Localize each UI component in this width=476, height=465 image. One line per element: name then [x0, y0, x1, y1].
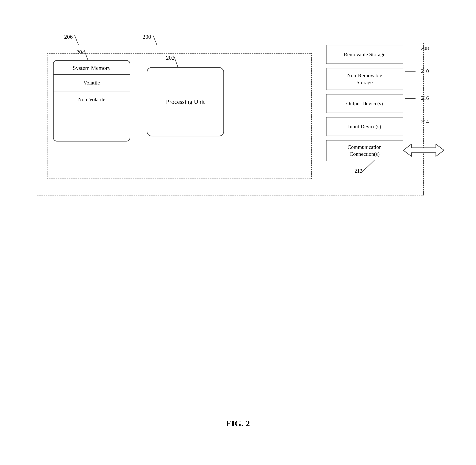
communication-arrow [403, 140, 444, 165]
memory-nonvolatile: Non-Volatile [54, 91, 130, 108]
input-devices-box: Input Device(s) [326, 117, 403, 136]
label-210: 210 [405, 68, 429, 75]
system-memory-box: System Memory Volatile Non-Volatile [53, 60, 130, 141]
svg-marker-8 [403, 144, 444, 156]
ref200-line [147, 35, 163, 47]
ref204-line [80, 50, 92, 61]
processing-unit-text: Processing Unit [166, 97, 205, 106]
system-memory-title: System Memory [54, 61, 130, 75]
processing-unit-box: Processing Unit [147, 67, 224, 137]
ref206-line [68, 35, 85, 47]
label-216: 216 [405, 95, 429, 102]
figure-label: FIG. 2 [226, 419, 250, 428]
non-removable-storage-box: Non-RemovableStorage [326, 68, 403, 90]
svg-line-3 [174, 56, 178, 67]
output-devices-box: Output Device(s) [326, 94, 403, 113]
svg-line-1 [153, 35, 157, 45]
ref212-line [350, 160, 387, 176]
communication-connections-box: CommunicationConnection(s) [326, 140, 403, 161]
removable-storage-box: Removable Storage [326, 45, 403, 64]
label-214: 214 [405, 119, 429, 125]
svg-line-0 [74, 35, 78, 45]
memory-volatile: Volatile [54, 75, 130, 91]
diagram-container: 206 200 204 202 System Memory Volatile N… [24, 26, 452, 250]
ref202-line [170, 56, 182, 68]
label-208: 208 [405, 45, 429, 52]
right-boxes-container: Removable Storage Non-RemovableStorage O… [326, 45, 403, 161]
svg-line-2 [84, 50, 88, 60]
